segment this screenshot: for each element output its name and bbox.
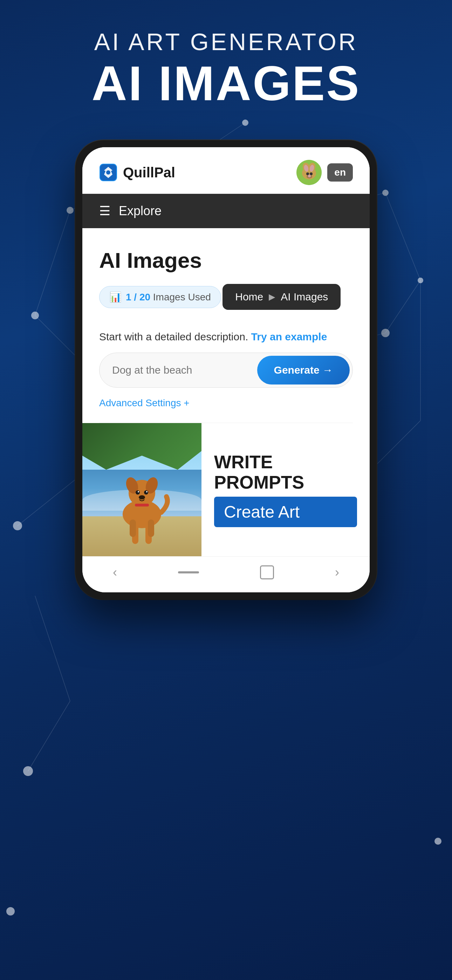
svg-point-23 bbox=[381, 329, 390, 337]
phone-frame: QuillPal bbox=[75, 140, 377, 599]
app-body: AI Images 📊 1 / 20 Images Used Home ▶ AI… bbox=[82, 228, 370, 423]
phone-bottom-nav: ‹ › bbox=[82, 556, 370, 592]
svg-line-14 bbox=[28, 701, 70, 771]
app-header: QuillPal bbox=[82, 147, 370, 194]
usage-badge: 📊 1 / 20 Images Used bbox=[99, 286, 221, 308]
svg-point-19 bbox=[382, 189, 388, 196]
svg-point-29 bbox=[434, 838, 441, 845]
phone-screen: QuillPal bbox=[82, 147, 370, 592]
svg-rect-52 bbox=[135, 504, 149, 506]
svg-rect-55 bbox=[130, 519, 136, 537]
svg-line-7 bbox=[385, 193, 420, 280]
create-art-badge: Create Art bbox=[214, 497, 357, 527]
hero-title: AI IMAGES bbox=[0, 59, 452, 108]
usage-count: 1 / 20 bbox=[126, 292, 150, 302]
usage-text: 1 / 20 Images Used bbox=[126, 292, 211, 303]
bottom-content: WRITE PROMPTS Create Art bbox=[82, 423, 370, 556]
svg-point-51 bbox=[139, 495, 145, 500]
generate-button[interactable]: Generate → bbox=[257, 356, 350, 385]
advanced-settings-link[interactable]: Advanced Settings + bbox=[99, 398, 353, 409]
prompt-input-row[interactable]: Generate → bbox=[99, 353, 353, 388]
breadcrumb-home[interactable]: Home bbox=[235, 291, 263, 303]
svg-point-25 bbox=[242, 119, 248, 126]
nav-indicator bbox=[178, 571, 199, 573]
explore-bar[interactable]: ☰ Explore bbox=[82, 194, 370, 228]
hamburger-icon[interactable]: ☰ bbox=[99, 205, 110, 217]
explore-label: Explore bbox=[119, 204, 162, 218]
avatar[interactable] bbox=[296, 160, 321, 185]
hero-section: AI ART GENERATOR AI IMAGES bbox=[0, 28, 452, 108]
nav-square[interactable] bbox=[260, 565, 274, 579]
phone-mockup: QuillPal bbox=[75, 140, 377, 599]
dog-beach-image bbox=[82, 423, 202, 556]
app-name: QuillPal bbox=[123, 165, 175, 180]
quillpal-logo-icon bbox=[99, 163, 118, 181]
svg-line-3 bbox=[35, 210, 70, 315]
breadcrumb: Home ▶ AI Images bbox=[223, 284, 341, 310]
try-example-link[interactable]: Try an example bbox=[251, 331, 327, 342]
svg-point-48 bbox=[144, 490, 148, 495]
header-right: en bbox=[296, 160, 353, 185]
usage-label: Images Used bbox=[153, 292, 211, 302]
svg-point-28 bbox=[23, 766, 33, 776]
svg-point-32 bbox=[106, 170, 110, 175]
svg-point-26 bbox=[13, 521, 22, 530]
write-prompts-title: WRITE PROMPTS bbox=[214, 452, 357, 492]
logo-area: QuillPal bbox=[99, 163, 175, 181]
svg-line-15 bbox=[35, 596, 70, 701]
svg-point-20 bbox=[31, 312, 39, 319]
nav-back-button[interactable]: ‹ bbox=[113, 565, 117, 580]
description-static: Start with a detailed description. bbox=[99, 331, 248, 342]
hero-subtitle: AI ART GENERATOR bbox=[0, 28, 452, 56]
description-text: Start with a detailed description. Try a… bbox=[99, 331, 353, 343]
svg-point-40 bbox=[308, 175, 311, 177]
page-title: AI Images bbox=[99, 248, 353, 273]
svg-point-24 bbox=[418, 278, 423, 283]
svg-point-30 bbox=[6, 907, 15, 915]
svg-point-47 bbox=[135, 490, 140, 495]
write-prompts-area: WRITE PROMPTS Create Art bbox=[202, 423, 370, 556]
svg-point-50 bbox=[146, 491, 148, 492]
nav-forward-button[interactable]: › bbox=[335, 565, 339, 580]
svg-point-49 bbox=[138, 491, 139, 492]
dog-svg bbox=[110, 461, 173, 546]
prompt-input[interactable] bbox=[112, 364, 250, 376]
chart-icon: 📊 bbox=[109, 291, 122, 303]
svg-line-8 bbox=[385, 280, 420, 333]
breadcrumb-current: AI Images bbox=[281, 291, 328, 303]
svg-point-16 bbox=[67, 207, 73, 214]
language-badge[interactable]: en bbox=[327, 163, 353, 181]
svg-rect-56 bbox=[148, 519, 154, 537]
breadcrumb-arrow: ▶ bbox=[269, 292, 275, 302]
